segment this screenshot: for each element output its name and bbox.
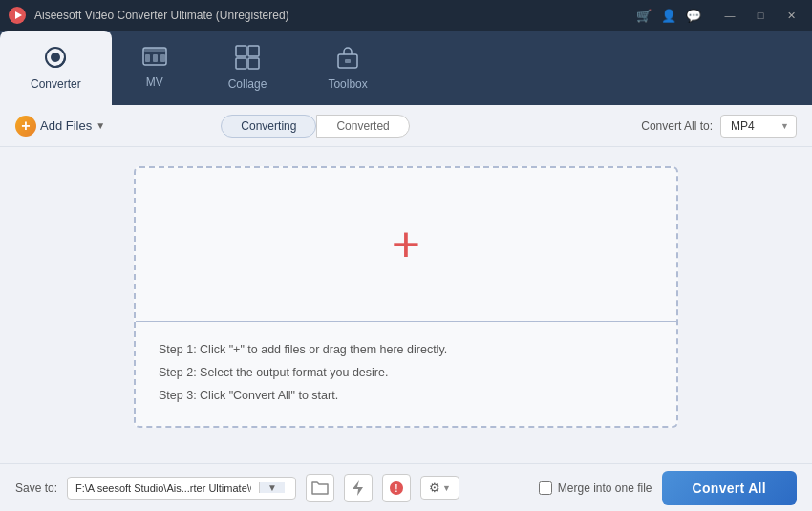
tab-mv[interactable]: MV xyxy=(112,31,198,105)
window-controls: — □ ✕ xyxy=(716,6,804,25)
app-title: Aiseesoft Video Converter Ultimate (Unre… xyxy=(34,9,636,22)
add-files-label: Add Files xyxy=(40,118,92,133)
maximize-button[interactable]: □ xyxy=(747,6,774,25)
converting-tabs: Converting Converted xyxy=(221,115,409,138)
tab-converter-label: Converter xyxy=(31,77,81,91)
tab-toolbox[interactable]: Toolbox xyxy=(297,31,397,105)
cart-icon[interactable]: 🛒 xyxy=(636,9,652,23)
merge-checkbox-container: Merge into one file xyxy=(539,481,652,495)
instruction-2: Step 2: Select the output format you des… xyxy=(159,362,653,385)
svg-rect-15 xyxy=(345,59,351,63)
save-to-label: Save to: xyxy=(15,481,57,495)
bottom-bar: Save to: ▼ ! ⚙ ▼ Merge into one file Con… xyxy=(0,463,812,511)
flash-button[interactable] xyxy=(344,474,373,502)
add-files-button[interactable]: + Add Files ▼ xyxy=(15,116,105,137)
instruction-3: Step 3: Click "Convert All" to start. xyxy=(159,385,653,408)
svg-rect-12 xyxy=(236,58,246,69)
convert-all-button[interactable]: Convert All xyxy=(662,471,797,505)
svg-rect-6 xyxy=(143,48,166,52)
tab-collage[interactable]: Collage xyxy=(198,31,298,105)
drop-plus-icon: + xyxy=(392,220,420,269)
drop-area[interactable]: + xyxy=(136,168,676,321)
tab-mv-label: MV xyxy=(146,75,163,89)
svg-rect-7 xyxy=(145,54,150,62)
title-bar-icons: 🛒 👤 💬 xyxy=(636,9,701,23)
merge-label[interactable]: Merge into one file xyxy=(558,481,652,495)
merge-checkbox[interactable] xyxy=(539,481,552,495)
collage-icon xyxy=(235,45,260,74)
tab-toolbox-label: Toolbox xyxy=(328,77,367,91)
svg-text:!: ! xyxy=(395,483,397,494)
convert-all-to: Convert All to: MP4 MKV AVI MOV MP3 xyxy=(641,115,797,138)
instructions: Step 1: Click "+" to add files or drag t… xyxy=(136,322,676,426)
tab-converted[interactable]: Converted xyxy=(316,115,409,138)
settings-button[interactable]: ⚙ ▼ xyxy=(420,476,459,500)
convert-all-to-label: Convert All to: xyxy=(641,119,713,133)
settings-arrow-icon: ▼ xyxy=(442,483,451,493)
user-icon[interactable]: 👤 xyxy=(661,9,676,23)
svg-rect-10 xyxy=(236,46,246,56)
save-path-input[interactable] xyxy=(68,478,259,499)
tab-converting[interactable]: Converting xyxy=(221,115,316,138)
svg-rect-9 xyxy=(160,54,165,62)
title-bar: Aiseesoft Video Converter Ultimate (Unre… xyxy=(0,0,812,31)
settings-gear-icon: ⚙ xyxy=(429,480,440,495)
toolbox-icon xyxy=(335,45,360,74)
drop-zone[interactable]: + Step 1: Click "+" to add files or drag… xyxy=(134,166,678,428)
svg-rect-13 xyxy=(248,58,259,69)
app-logo xyxy=(8,6,27,25)
close-button[interactable]: ✕ xyxy=(778,6,804,25)
converter-icon xyxy=(43,45,68,74)
minimize-button[interactable]: — xyxy=(716,6,743,25)
add-plus-icon: + xyxy=(15,116,36,137)
open-folder-button[interactable] xyxy=(306,474,334,502)
add-files-dropdown-icon[interactable]: ▼ xyxy=(96,120,105,131)
format-select[interactable]: MP4 MKV AVI MOV MP3 xyxy=(720,115,797,138)
tab-collage-label: Collage xyxy=(228,77,267,91)
format-dropdown[interactable]: MP4 MKV AVI MOV MP3 xyxy=(720,115,797,138)
main-content: + Step 1: Click "+" to add files or drag… xyxy=(0,147,812,463)
nav-bar: Converter MV Collage xyxy=(0,31,812,105)
tab-converter[interactable]: Converter xyxy=(0,31,112,105)
save-path-container[interactable]: ▼ xyxy=(67,477,296,500)
chat-icon[interactable]: 💬 xyxy=(686,9,701,23)
svg-rect-8 xyxy=(153,54,158,62)
mv-icon xyxy=(142,47,167,72)
alert-button[interactable]: ! xyxy=(382,474,411,502)
svg-point-4 xyxy=(51,53,60,62)
instruction-1: Step 1: Click "+" to add files or drag t… xyxy=(159,339,653,362)
path-dropdown-button[interactable]: ▼ xyxy=(259,482,285,493)
svg-rect-11 xyxy=(248,46,259,56)
toolbar: + Add Files ▼ Converting Converted Conve… xyxy=(0,105,812,147)
